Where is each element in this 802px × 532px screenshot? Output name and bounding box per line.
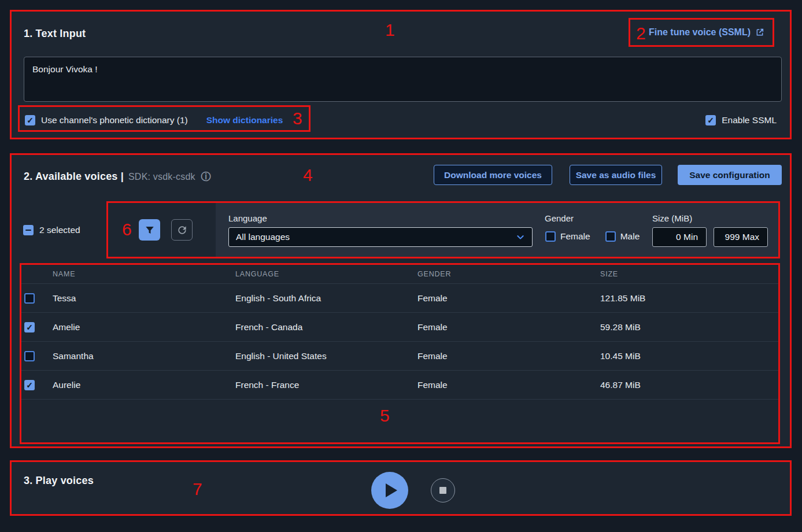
fine-tune-voice-link[interactable]: Fine tune voice (SSML): [649, 27, 764, 38]
section1-title: 1. Text Input: [24, 28, 86, 40]
size-filter-label: Size (MiB): [652, 213, 692, 223]
size-min-input[interactable]: 0 Min: [652, 227, 707, 247]
header-name: NAME: [53, 270, 235, 278]
annotation-number-3: 3: [293, 110, 302, 127]
row-name: Amelie: [53, 322, 235, 332]
language-select-value: All languages: [236, 232, 290, 242]
row-checkbox[interactable]: [24, 351, 35, 361]
row-gender: Female: [417, 293, 600, 304]
refresh-icon: [176, 224, 188, 236]
text-input-textarea[interactable]: Bonjour Vivoka !: [24, 57, 782, 102]
row-checkbox[interactable]: [24, 293, 35, 304]
save-as-audio-files-button[interactable]: Save as audio files: [570, 165, 662, 185]
annotation-number-5: 5: [380, 407, 390, 424]
sdk-label: SDK: vsdk-csdk: [128, 172, 195, 182]
textarea-value: Bonjour Vivoka !: [32, 64, 98, 74]
chevron-down-icon: [516, 232, 525, 242]
row-checkbox[interactable]: [24, 380, 35, 390]
row-size: 10.45 MiB: [600, 351, 774, 361]
text-input-section: 1. Text Input Fine tune voice (SSML) Bon…: [10, 10, 792, 139]
external-link-icon: [755, 28, 764, 37]
row-size: 59.28 MiB: [600, 322, 774, 332]
play-button[interactable]: [371, 472, 408, 509]
language-filter-label: Language: [228, 213, 267, 223]
row-language: French - France: [235, 380, 417, 390]
row-checkbox[interactable]: [24, 322, 35, 332]
stop-icon: [439, 487, 446, 494]
row-gender: Female: [417, 380, 600, 390]
row-language: French - Canada: [235, 322, 417, 332]
row-size: 121.85 MiB: [600, 293, 774, 304]
header-size: SIZE: [600, 270, 774, 278]
row-name: Aurelie: [53, 380, 235, 390]
table-row: Amelie French - Canada Female 59.28 MiB: [20, 313, 780, 342]
phonetic-dictionary-checkbox[interactable]: [25, 115, 35, 125]
gender-filter-label: Gender: [545, 213, 574, 223]
refresh-button[interactable]: [171, 219, 193, 241]
filter-button[interactable]: [139, 219, 160, 241]
row-size: 46.87 MiB: [600, 380, 774, 390]
row-gender: Female: [417, 322, 600, 332]
row-gender: Female: [417, 351, 600, 361]
info-icon[interactable]: ⓘ: [201, 170, 211, 183]
tts-configuration-page: 1. Text Input Fine tune voice (SSML) Bon…: [0, 0, 802, 532]
annotation-number-1: 1: [385, 21, 395, 39]
phonetic-dictionary-label: Use channel's phonetic dictionary (1): [41, 115, 188, 125]
section3-title: 3. Play voices: [24, 475, 94, 487]
language-select[interactable]: All languages: [228, 227, 533, 247]
row-language: English - United States: [235, 351, 417, 361]
table-row: Samantha English - United States Female …: [20, 342, 780, 371]
annotation-number-7: 7: [193, 481, 202, 498]
male-filter-label: Male: [620, 231, 640, 242]
female-filter-label: Female: [560, 231, 590, 242]
table-row: Tessa English - South Africa Female 121.…: [20, 284, 780, 313]
voices-table-body: Tessa English - South Africa Female 121.…: [20, 284, 780, 400]
female-filter-checkbox[interactable]: [545, 231, 556, 242]
enable-ssml-checkbox[interactable]: [705, 115, 716, 125]
play-icon: [386, 483, 397, 497]
selected-count-label: 2 selected: [39, 225, 80, 235]
section2-title: 2. Available voices |: [24, 171, 124, 183]
row-language: English - South Africa: [235, 293, 417, 304]
stop-button[interactable]: [431, 478, 455, 503]
size-max-input[interactable]: 999 Max: [714, 227, 768, 247]
annotation-number-2: 2: [636, 25, 646, 42]
download-more-voices-button[interactable]: Download more voices: [434, 165, 552, 185]
select-all-checkbox[interactable]: [23, 225, 34, 235]
voices-table-header: NAME LANGUAGE GENDER SIZE: [20, 265, 780, 284]
save-configuration-button[interactable]: Save configuration: [678, 165, 782, 185]
enable-ssml-label: Enable SSML: [722, 115, 777, 125]
header-language: LANGUAGE: [235, 270, 417, 278]
fine-tune-voice-label: Fine tune voice (SSML): [649, 27, 751, 38]
table-row: Aurelie French - France Female 46.87 MiB: [20, 371, 780, 400]
row-name: Tessa: [53, 293, 235, 304]
row-name: Samantha: [53, 351, 235, 361]
annotation-number-6: 6: [122, 221, 132, 238]
header-gender: GENDER: [417, 270, 600, 278]
show-dictionaries-link[interactable]: Show dictionaries: [206, 115, 283, 125]
annotation-number-4: 4: [303, 167, 313, 184]
male-filter-checkbox[interactable]: [605, 231, 616, 242]
funnel-icon: [145, 225, 155, 235]
